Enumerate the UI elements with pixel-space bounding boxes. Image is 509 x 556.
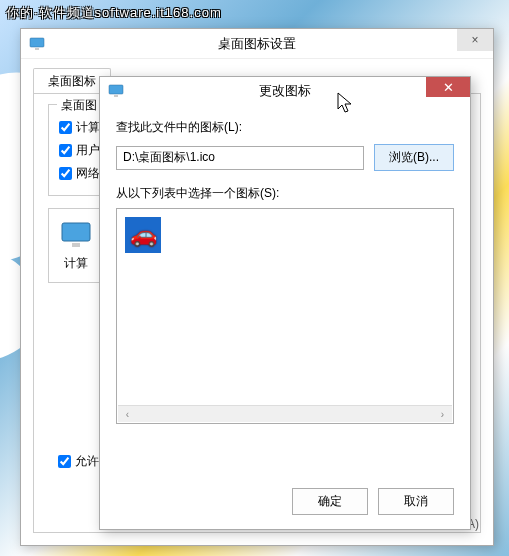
child-close-button[interactable]: ✕ — [426, 77, 470, 97]
child-title: 更改图标 — [259, 82, 311, 100]
icon-preview-label: 计算 — [64, 255, 88, 272]
monitor-icon — [108, 83, 124, 99]
browse-button[interactable]: 浏览(B)... — [374, 144, 454, 171]
svg-rect-0 — [30, 38, 44, 47]
watermark: 你的·软件频道software.it168.com — [6, 4, 222, 22]
checkbox-network-label: 网络 — [76, 165, 100, 182]
checkbox-allow-themes[interactable] — [58, 455, 71, 468]
checkbox-network[interactable] — [59, 167, 72, 180]
computer-icon — [60, 219, 92, 251]
checkbox-user[interactable] — [59, 144, 72, 157]
parent-title: 桌面图标设置 — [218, 35, 296, 53]
select-icon-label: 从以下列表中选择一个图标(S): — [116, 185, 454, 202]
checkbox-computer-label: 计算 — [76, 119, 100, 136]
svg-rect-3 — [72, 243, 80, 247]
checkbox-user-label: 用户 — [76, 142, 100, 159]
svg-rect-1 — [35, 48, 39, 50]
child-titlebar[interactable]: 更改图标 ✕ — [100, 77, 470, 105]
parent-close-button[interactable]: × — [457, 29, 493, 51]
icon-list[interactable]: 🚗 ‹ › — [116, 208, 454, 424]
monitor-icon — [29, 36, 45, 52]
icon-preview[interactable]: 计算 — [48, 208, 104, 283]
svg-rect-2 — [62, 223, 90, 241]
horizontal-scrollbar[interactable]: ‹ › — [118, 405, 452, 422]
fieldset-legend: 桌面图 — [57, 97, 101, 114]
svg-rect-4 — [109, 85, 123, 94]
icon-path-input[interactable] — [116, 146, 364, 170]
car-icon: 🚗 — [130, 222, 157, 248]
scroll-left-button[interactable]: ‹ — [120, 407, 135, 422]
change-icon-window: 更改图标 ✕ 查找此文件中的图标(L): 浏览(B)... 从以下列表中选择一个… — [99, 76, 471, 530]
cancel-button[interactable]: 取消 — [378, 488, 454, 515]
svg-rect-5 — [114, 95, 118, 97]
checkbox-computer[interactable] — [59, 121, 72, 134]
icon-item-car[interactable]: 🚗 — [125, 217, 161, 253]
ok-button[interactable]: 确定 — [292, 488, 368, 515]
find-in-file-label: 查找此文件中的图标(L): — [116, 119, 454, 136]
parent-titlebar[interactable]: 桌面图标设置 × — [21, 29, 493, 59]
scroll-right-button[interactable]: › — [435, 407, 450, 422]
